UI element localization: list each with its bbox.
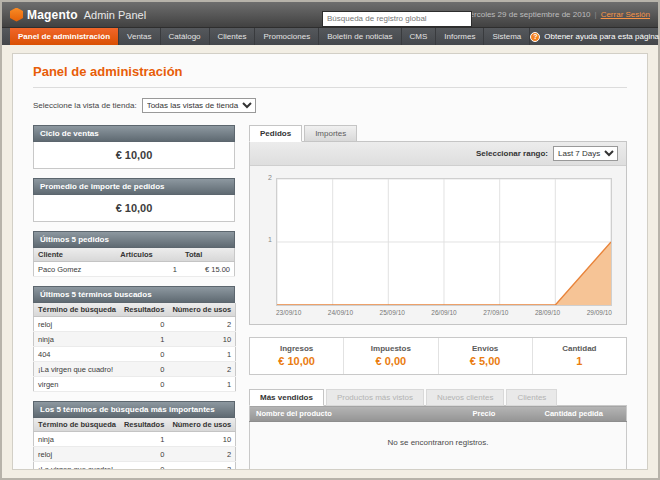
search-results: 0 bbox=[120, 447, 168, 462]
column-header: Número de usos bbox=[168, 418, 235, 432]
range-selector: Seleccionar rango: Last 7 Days bbox=[250, 142, 626, 166]
last-search-widget: Últimos 5 términos buscados Término de b… bbox=[33, 286, 235, 392]
orders-chart-svg bbox=[277, 179, 611, 305]
lifetime-sales-widget: Ciclo de ventas € 10,00 bbox=[33, 125, 235, 169]
search-term-row[interactable]: reloj 0 2 bbox=[34, 317, 236, 332]
nav-panel-administracion[interactable]: Panel de administración bbox=[10, 28, 119, 45]
help-icon: ? bbox=[530, 32, 540, 42]
search-term-row[interactable]: virgen 0 1 bbox=[34, 377, 236, 392]
search-uses: 2 bbox=[168, 362, 235, 377]
column-header: Cliente bbox=[34, 248, 117, 262]
order-items: 1 bbox=[116, 262, 181, 277]
page-title: Panel de administración bbox=[33, 64, 627, 79]
tab-pedidos[interactable]: Pedidos bbox=[249, 125, 302, 142]
nav-cms[interactable]: CMS bbox=[402, 28, 437, 45]
logo-text: Magento bbox=[27, 8, 78, 22]
search-term: ninja bbox=[34, 332, 120, 347]
search-term-row[interactable]: 404 0 1 bbox=[34, 347, 236, 362]
column-header: Artículos bbox=[116, 248, 181, 262]
content-area: Panel de administración Seleccione la vi… bbox=[2, 45, 658, 478]
column-header: Resultados bbox=[120, 418, 168, 432]
separator: | bbox=[595, 10, 597, 19]
average-orders-widget: Promedio de importe de pedidos € 10,00 bbox=[33, 178, 235, 222]
search-term-row[interactable]: ¡La virgen que cuadro! 0 2 bbox=[34, 362, 236, 377]
nav-promociones[interactable]: Promociones bbox=[255, 28, 319, 45]
order-row[interactable]: Paco Gomez 1 € 15.00 bbox=[34, 262, 235, 277]
grids-tabs: Más vendidos Productos más vistos Nuevos… bbox=[249, 389, 627, 405]
search-uses: 2 bbox=[168, 447, 235, 462]
tab-mas-vendidos[interactable]: Más vendidos bbox=[249, 389, 324, 406]
tab-nuevos-clientes[interactable]: Nuevos clientes bbox=[426, 389, 504, 406]
divider bbox=[33, 87, 627, 88]
stat-cantidad: Cantidad 1 bbox=[532, 338, 626, 374]
order-customer: Paco Gomez bbox=[34, 262, 117, 277]
totals-bar: Ingresos € 10,00 Impuestos € 0,00 Envíos… bbox=[249, 337, 627, 375]
nav-sistema[interactable]: Sistema bbox=[484, 28, 530, 45]
global-search bbox=[322, 7, 472, 27]
nav-boletin[interactable]: Boletín de noticias bbox=[319, 28, 401, 45]
global-search-input[interactable] bbox=[322, 11, 472, 27]
search-term-row[interactable]: reloj 0 2 bbox=[34, 447, 236, 462]
x-axis-tick: 26/09/10 bbox=[431, 309, 456, 316]
search-results: 0 bbox=[120, 317, 168, 332]
current-date: miércoles 29 de septiembre de 2010 bbox=[461, 10, 590, 19]
search-uses: 1 bbox=[168, 347, 235, 362]
dashboard-main: Pedidos Importes Seleccionar rango: Last… bbox=[249, 125, 627, 470]
search-results: 1 bbox=[120, 432, 168, 447]
tab-importes[interactable]: Importes bbox=[304, 125, 357, 142]
nav-informes[interactable]: Informes bbox=[436, 28, 484, 45]
tab-productos-mas-vistos[interactable]: Productos más vistos bbox=[326, 389, 424, 406]
table-header-row: Término de búsqueda Resultados Número de… bbox=[34, 418, 236, 432]
search-term: 404 bbox=[34, 347, 120, 362]
last-search-table: Término de búsqueda Resultados Número de… bbox=[33, 303, 236, 392]
nav-catalogo[interactable]: Catálogo bbox=[161, 28, 210, 45]
bestsellers-table: Nombre del producto Precio Cantidad pedi… bbox=[249, 405, 627, 470]
search-term-row[interactable]: ninja 1 10 bbox=[34, 432, 236, 447]
logo-subtitle: Admin Panel bbox=[84, 9, 146, 21]
store-view-select[interactable]: Todas las vistas de tienda bbox=[142, 98, 256, 113]
stat-value: 1 bbox=[537, 355, 622, 367]
search-uses: 2 bbox=[168, 317, 235, 332]
x-axis-labels: 23/09/10 24/09/10 25/09/10 26/09/10 27/0… bbox=[276, 309, 612, 318]
order-total: € 15.00 bbox=[181, 262, 235, 277]
range-select[interactable]: Last 7 Days bbox=[553, 146, 618, 161]
header: Magento Admin Panel Accedió como aparo |… bbox=[2, 2, 658, 28]
column-header: Total bbox=[181, 248, 235, 262]
average-orders-title: Promedio de importe de pedidos bbox=[33, 178, 235, 195]
help-label: Obtener ayuda para esta página bbox=[544, 32, 659, 41]
stat-value: € 5,00 bbox=[443, 355, 528, 367]
lifetime-sales-value: € 10,00 bbox=[33, 142, 235, 169]
dashboard-sidebar: Ciclo de ventas € 10,00 Promedio de impo… bbox=[33, 125, 235, 470]
table-header-row: Término de búsqueda Resultados Número de… bbox=[34, 303, 236, 317]
tab-clientes[interactable]: Clientes bbox=[506, 389, 557, 406]
logout-link[interactable]: Cerrar Sesión bbox=[601, 10, 650, 19]
nav-ventas[interactable]: Ventas bbox=[119, 28, 160, 45]
column-header: Término de búsqueda bbox=[34, 303, 120, 317]
search-results: 0 bbox=[120, 347, 168, 362]
dashboard-panel: Panel de administración Seleccione la vi… bbox=[12, 53, 648, 470]
orders-chart-panel: Seleccionar rango: Last 7 Days 2 1 bbox=[249, 141, 627, 325]
search-results: 0 bbox=[120, 377, 168, 392]
stat-envios: Envíos € 5,00 bbox=[438, 338, 532, 374]
stat-label: Ingresos bbox=[254, 344, 339, 353]
search-uses: 10 bbox=[168, 432, 235, 447]
x-axis-tick: 28/09/10 bbox=[535, 309, 560, 316]
top-search-title: Los 5 términos de búsqueda más important… bbox=[33, 401, 235, 418]
plot-area: 2 1 23/09/10 24/09/10 25/09/10 26/09/10 bbox=[276, 178, 612, 318]
page-help-link[interactable]: ? Obtener ayuda para esta página bbox=[530, 28, 659, 45]
stat-value: € 0,00 bbox=[348, 355, 433, 367]
search-term-row[interactable]: ¡La virgen que cuadro! 0 2 bbox=[34, 462, 236, 471]
search-term-row[interactable]: ninja 1 10 bbox=[34, 332, 236, 347]
y-axis-tick: 2 bbox=[260, 174, 272, 181]
nav-clientes[interactable]: Clientes bbox=[210, 28, 256, 45]
column-header: Cantidad pedida bbox=[539, 406, 627, 422]
y-axis-tick: 1 bbox=[260, 236, 272, 243]
search-results: 0 bbox=[120, 362, 168, 377]
search-term: ¡La virgen que cuadro! bbox=[34, 462, 120, 471]
column-header: Término de búsqueda bbox=[34, 418, 120, 432]
search-results: 1 bbox=[120, 332, 168, 347]
stat-value: € 10,00 bbox=[254, 355, 339, 367]
x-axis-tick: 24/09/10 bbox=[328, 309, 353, 316]
store-view-switcher: Seleccione la vista de tienda: Todas las… bbox=[33, 98, 627, 113]
column-header: Nombre del producto bbox=[250, 406, 467, 422]
